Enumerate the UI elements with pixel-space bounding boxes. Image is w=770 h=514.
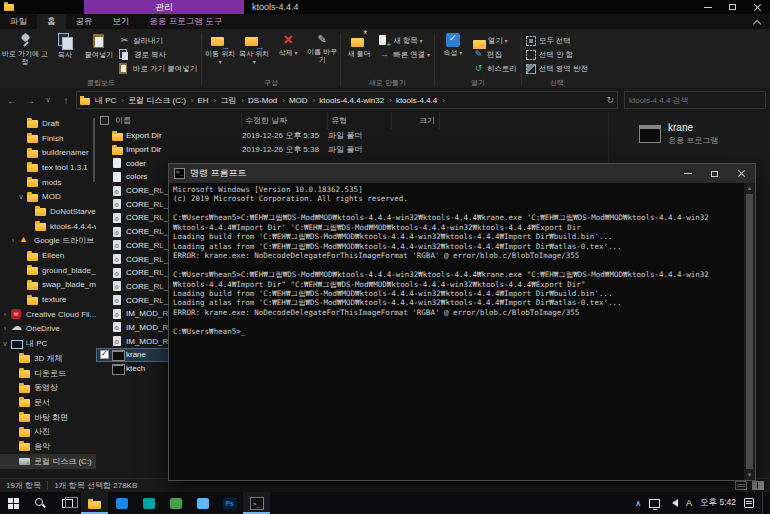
scroll-thumb[interactable] xyxy=(746,194,753,469)
cmd-close-button[interactable] xyxy=(728,164,755,183)
search-box[interactable] xyxy=(624,91,766,109)
file-row[interactable]: Export Dir 2019-12-26 오후 5:35 파일 폴더 xyxy=(96,129,608,143)
easy-access-button[interactable]: 빠른 연결 xyxy=(376,48,433,61)
copy-path-button[interactable]: 경로 복사 xyxy=(116,48,200,61)
breadcrumb-segment[interactable]: ktools-4.4.4-win32 xyxy=(317,96,394,105)
properties-button[interactable]: 속성 xyxy=(436,30,470,57)
sidebar-item[interactable]: 음악 xyxy=(0,439,96,454)
ribbon-tab[interactable]: 응용 프로그램 도구 xyxy=(140,14,233,29)
clock[interactable]: 오후 5:42 xyxy=(700,497,736,509)
address-box[interactable]: 내 PC 로컬 디스크 (C:) EH 그림 DS-Mod MOD ktools… xyxy=(76,91,618,109)
breadcrumb-segment[interactable]: 그림 xyxy=(218,95,246,106)
sidebar-item[interactable]: mods xyxy=(0,175,96,190)
scroll-down-icon[interactable] xyxy=(747,470,753,480)
new-folder-button[interactable]: 새 폴더 xyxy=(342,30,376,58)
sidebar-item[interactable]: tex tool 1.3.1 xyxy=(0,160,96,175)
expander-icon[interactable]: ∨ xyxy=(18,193,24,201)
taskbar-app-button[interactable] xyxy=(189,492,216,514)
pin-to-quick-access-button[interactable]: 바로 가기에 고정 xyxy=(2,30,48,66)
file-row[interactable]: Import Dir 2019-12-26 오후 5:38 파일 폴더 xyxy=(96,143,608,157)
sidebar-item[interactable]: 문서 xyxy=(0,395,96,410)
sidebar-item[interactable]: DoNotStarve... xyxy=(0,204,96,219)
refresh-icon[interactable] xyxy=(606,95,614,105)
sidebar-item[interactable]: 사진 xyxy=(0,424,96,439)
expander-icon[interactable]: › xyxy=(2,311,8,318)
ime-language-indicator[interactable]: A xyxy=(686,498,692,508)
up-button[interactable] xyxy=(58,91,74,109)
expander-icon[interactable]: › xyxy=(10,237,16,244)
network-tray-icon[interactable] xyxy=(649,499,660,508)
show-desktop-button[interactable] xyxy=(762,492,766,514)
row-checkbox[interactable] xyxy=(100,350,109,359)
sidebar-item[interactable]: 로컬 디스크 (C:) xyxy=(0,454,96,469)
sidebar-item[interactable]: 다운로드 xyxy=(0,366,96,381)
sidebar-item[interactable]: 바탕 화면 xyxy=(0,410,96,425)
taskbar-app-button[interactable] xyxy=(162,492,189,514)
ribbon-tab[interactable]: 보기 xyxy=(103,14,140,29)
close-button[interactable] xyxy=(745,0,770,14)
open-button[interactable]: 열기 xyxy=(470,34,520,47)
sidebar-scrollbar[interactable] xyxy=(93,118,95,182)
breadcrumb-segment[interactable]: DS-Mod xyxy=(246,96,287,105)
select-none-button[interactable]: 선택 안 함 xyxy=(523,48,591,61)
action-center-icon[interactable] xyxy=(744,498,754,508)
paste-shortcut-button[interactable]: 바로 가기 붙여넣기 xyxy=(116,62,200,75)
contextual-tab-manage[interactable]: 관리 xyxy=(84,0,244,14)
thumbnail-view-icon[interactable] xyxy=(752,481,764,490)
copy-to-button[interactable]: 복사 위치 xyxy=(237,30,271,66)
sidebar-item[interactable]: buildrenamer xyxy=(0,145,96,160)
sidebar-item[interactable]: ∨ 내 PC xyxy=(0,336,96,351)
breadcrumb-segment[interactable]: ktools-4.4.4 xyxy=(394,96,447,105)
paste-button[interactable]: 붙여넣기 xyxy=(82,30,116,59)
cmd-output[interactable]: Microsoft Windows [Version 10.0.18362.53… xyxy=(169,183,744,480)
ribbon-tab[interactable]: 공유 xyxy=(66,14,103,29)
select-all-checkbox[interactable] xyxy=(100,116,109,125)
ribbon-tab[interactable]: 홈 xyxy=(37,14,66,29)
quick-access-toolbar-caret-icon[interactable] xyxy=(22,5,27,10)
cmd-titlebar[interactable]: 명령 프롬프트 xyxy=(169,164,755,183)
collapse-ribbon-icon[interactable] xyxy=(754,19,760,25)
column-header-date[interactable]: 수정한 날짜 xyxy=(242,112,328,129)
breadcrumb-segment[interactable]: MOD xyxy=(287,96,317,105)
maximize-button[interactable] xyxy=(720,0,745,14)
forward-button[interactable] xyxy=(22,91,38,109)
taskbar-app-button[interactable] xyxy=(216,492,243,514)
sidebar-item[interactable]: ktools-4.4.4-w... xyxy=(0,219,96,234)
new-item-button[interactable]: 새 항목 xyxy=(376,34,433,47)
ribbon-tab[interactable]: 파일 xyxy=(0,14,37,29)
move-to-button[interactable]: 이동 위치 xyxy=(203,30,237,66)
sidebar-item[interactable]: swap_blade_me... xyxy=(0,278,96,293)
copy-button[interactable]: 복사 xyxy=(48,30,82,59)
edit-button[interactable]: 편집 xyxy=(470,48,520,61)
volume-tray-icon[interactable] xyxy=(668,499,678,507)
column-header-type[interactable]: 유형 xyxy=(328,112,392,129)
details-view-icon[interactable] xyxy=(735,481,747,490)
start-button[interactable] xyxy=(0,492,27,514)
sidebar-item[interactable]: Finish xyxy=(0,131,96,146)
breadcrumb-segment[interactable]: 내 PC xyxy=(93,95,126,106)
sidebar-item[interactable]: Eileen xyxy=(0,248,96,263)
column-header-name[interactable]: 이름 xyxy=(112,112,242,129)
sidebar-item[interactable]: ∨ MOD xyxy=(0,189,96,204)
breadcrumb-segment[interactable]: 로컬 디스크 (C:) xyxy=(126,95,195,106)
taskbar-app-button[interactable] xyxy=(243,492,270,514)
sidebar-item[interactable]: texture xyxy=(0,292,96,307)
cut-button[interactable]: 잘라내기 xyxy=(116,34,200,47)
delete-button[interactable]: 삭제 xyxy=(271,30,305,57)
taskbar-app-button[interactable] xyxy=(108,492,135,514)
cmd-minimize-button[interactable] xyxy=(674,164,701,183)
cmd-scrollbar[interactable] xyxy=(744,183,755,480)
sidebar-item[interactable]: Draft xyxy=(0,116,96,131)
sidebar-item[interactable]: › Google 드라이브 xyxy=(0,234,96,249)
taskbar-app-button[interactable] xyxy=(135,492,162,514)
taskbar-app-button[interactable] xyxy=(81,492,108,514)
sidebar-item[interactable]: 동영상 xyxy=(0,380,96,395)
breadcrumb-segment[interactable]: EH xyxy=(195,96,218,105)
taskbar-search-button[interactable] xyxy=(27,492,54,514)
history-button[interactable]: 히스토리 xyxy=(470,62,520,75)
task-view-button[interactable] xyxy=(54,492,81,514)
scroll-up-icon[interactable] xyxy=(747,183,753,193)
show-hidden-icons-chevron[interactable] xyxy=(635,499,641,508)
column-header-size[interactable]: 크기 xyxy=(392,112,440,129)
invert-selection-button[interactable]: 선택 영역 반전 xyxy=(523,62,591,75)
